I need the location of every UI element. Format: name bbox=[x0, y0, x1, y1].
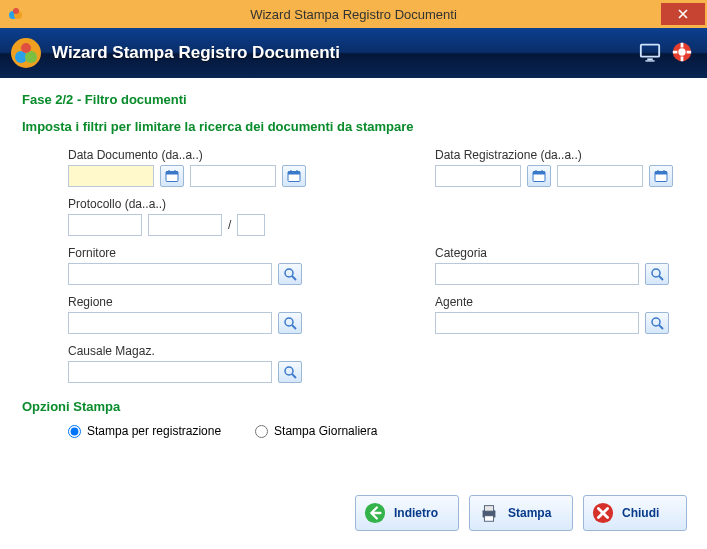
radio-giornaliera-input[interactable] bbox=[255, 425, 268, 438]
svg-line-31 bbox=[659, 276, 663, 280]
categoria-label: Categoria bbox=[435, 246, 685, 260]
svg-point-34 bbox=[652, 318, 660, 326]
protocollo-from-input[interactable] bbox=[68, 214, 142, 236]
printer-icon bbox=[478, 502, 500, 524]
protocollo-label: Protocollo (da..a..) bbox=[68, 197, 685, 211]
app-icon bbox=[8, 6, 24, 22]
svg-rect-17 bbox=[288, 172, 300, 175]
svg-rect-9 bbox=[645, 60, 654, 61]
wizard-body: Fase 2/2 - Filtro documenti Imposta i fi… bbox=[0, 78, 707, 438]
svg-rect-41 bbox=[484, 516, 493, 522]
step-title: Fase 2/2 - Filtro documenti bbox=[22, 92, 685, 107]
search-icon[interactable] bbox=[645, 312, 669, 334]
data-registrazione-to-input[interactable] bbox=[557, 165, 643, 187]
svg-point-28 bbox=[285, 269, 293, 277]
filters-title: Imposta i filtri per limitare la ricerca… bbox=[22, 119, 685, 134]
calendar-icon[interactable] bbox=[649, 165, 673, 187]
header-title: Wizard Stampa Registro Documenti bbox=[52, 43, 340, 63]
radio-giornaliera-label: Stampa Giornaliera bbox=[274, 424, 377, 438]
agente-label: Agente bbox=[435, 295, 685, 309]
search-icon[interactable] bbox=[278, 361, 302, 383]
regione-input[interactable] bbox=[68, 312, 272, 334]
footer: Indietro Stampa Chiudi bbox=[355, 495, 687, 531]
back-button[interactable]: Indietro bbox=[355, 495, 459, 531]
svg-line-29 bbox=[292, 276, 296, 280]
wizard-icon bbox=[10, 37, 42, 69]
protocollo-to-input[interactable] bbox=[148, 214, 222, 236]
causale-label: Causale Magaz. bbox=[68, 344, 685, 358]
regione-label: Regione bbox=[68, 295, 318, 309]
svg-point-30 bbox=[652, 269, 660, 277]
svg-line-37 bbox=[292, 374, 296, 378]
protocollo-suffix-input[interactable] bbox=[237, 214, 265, 236]
data-registrazione-label: Data Registrazione (da..a..) bbox=[435, 148, 685, 162]
window-title: Wizard Stampa Registro Documenti bbox=[0, 7, 707, 22]
svg-point-36 bbox=[285, 367, 293, 375]
categoria-input[interactable] bbox=[435, 263, 639, 285]
header-band: Wizard Stampa Registro Documenti bbox=[0, 28, 707, 78]
calendar-icon[interactable] bbox=[282, 165, 306, 187]
options-title: Opzioni Stampa bbox=[22, 399, 685, 414]
back-button-label: Indietro bbox=[394, 506, 438, 520]
svg-point-32 bbox=[285, 318, 293, 326]
close-button-label: Chiudi bbox=[622, 506, 659, 520]
svg-point-11 bbox=[678, 48, 685, 55]
fornitore-input[interactable] bbox=[68, 263, 272, 285]
search-icon[interactable] bbox=[278, 312, 302, 334]
data-documento-from-input[interactable] bbox=[68, 165, 154, 187]
window-close-button[interactable] bbox=[661, 3, 705, 25]
svg-rect-7 bbox=[641, 44, 659, 56]
agente-input[interactable] bbox=[435, 312, 639, 334]
data-documento-label: Data Documento (da..a..) bbox=[68, 148, 306, 162]
print-button[interactable]: Stampa bbox=[469, 495, 573, 531]
radio-per-registrazione-label: Stampa per registrazione bbox=[87, 424, 221, 438]
search-icon[interactable] bbox=[278, 263, 302, 285]
arrow-left-icon bbox=[364, 502, 386, 524]
svg-rect-8 bbox=[647, 58, 653, 60]
protocollo-separator: / bbox=[228, 218, 231, 232]
close-button[interactable]: Chiudi bbox=[583, 495, 687, 531]
radio-giornaliera[interactable]: Stampa Giornaliera bbox=[255, 424, 377, 438]
calendar-icon[interactable] bbox=[527, 165, 551, 187]
svg-rect-25 bbox=[655, 172, 667, 175]
search-icon[interactable] bbox=[645, 263, 669, 285]
radio-per-registrazione[interactable]: Stampa per registrazione bbox=[68, 424, 221, 438]
radio-per-registrazione-input[interactable] bbox=[68, 425, 81, 438]
monitor-icon[interactable] bbox=[639, 41, 661, 66]
data-registrazione-from-input[interactable] bbox=[435, 165, 521, 187]
titlebar: Wizard Stampa Registro Documenti bbox=[0, 0, 707, 28]
svg-point-6 bbox=[21, 43, 31, 53]
data-documento-to-input[interactable] bbox=[190, 165, 276, 187]
calendar-icon[interactable] bbox=[160, 165, 184, 187]
svg-rect-13 bbox=[166, 172, 178, 175]
svg-rect-21 bbox=[533, 172, 545, 175]
svg-rect-40 bbox=[484, 506, 493, 512]
fornitore-label: Fornitore bbox=[68, 246, 318, 260]
causale-input[interactable] bbox=[68, 361, 272, 383]
svg-line-33 bbox=[292, 325, 296, 329]
print-button-label: Stampa bbox=[508, 506, 551, 520]
close-icon bbox=[592, 502, 614, 524]
svg-line-35 bbox=[659, 325, 663, 329]
svg-point-2 bbox=[13, 8, 19, 14]
help-icon[interactable] bbox=[671, 41, 693, 66]
